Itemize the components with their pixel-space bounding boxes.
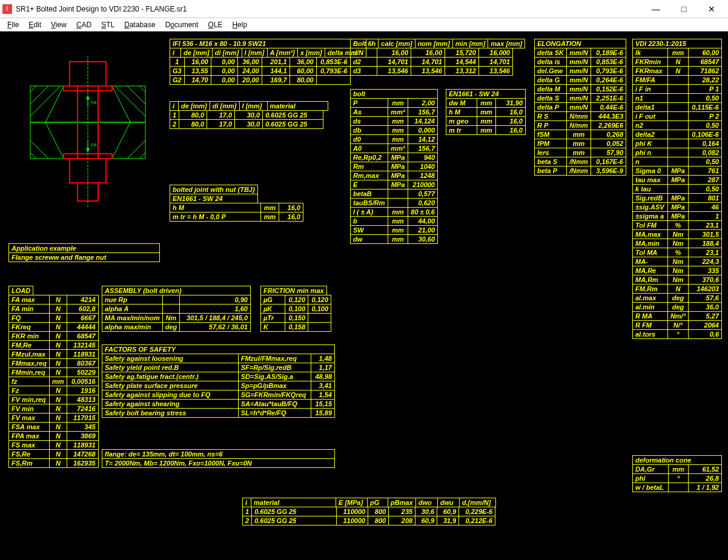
clamp-table: ide [mm]di [mm]l [mm]material 180,017,03… [170, 101, 328, 129]
maximize-button[interactable]: □ [670, 0, 698, 18]
close-button[interactable]: ✕ [698, 0, 726, 18]
svg-line-6 [127, 86, 145, 104]
svg-line-11 [127, 140, 145, 159]
menu-file[interactable]: File [2, 19, 24, 30]
svg-line-8 [30, 153, 36, 159]
bolt6h-table: Bolt 6hcalc [mm]nom [mm]min [mm]max [mm]… [350, 39, 525, 76]
joint-type-table: bolted joint with nut (TBJ) EN1661 - SW … [170, 185, 303, 222]
menu-help[interactable]: Help [227, 19, 252, 30]
vdi-table: VDI 2230-1:2015 lkmm60,00FKRminN68547FKR… [632, 39, 722, 339]
friction-table: FRICTION min max µG0,1200,120µK0,1000,10… [260, 286, 331, 332]
menu-edit[interactable]: Edit [24, 19, 46, 30]
svg-text:FA: FA [91, 142, 97, 148]
svg-marker-25 [86, 148, 90, 153]
menu-document[interactable]: Document [160, 19, 204, 30]
titlebar: I SR1+ Bolted Joint Design to VDI 2230 -… [0, 0, 728, 18]
application-box: Application example Flange screww and fl… [8, 243, 160, 262]
ifi-table: IFI 536 - M16 x 80 - 10.9 SW21 ide [mm]d… [170, 39, 366, 85]
menu-cad[interactable]: CAD [71, 19, 96, 30]
menu-database[interactable]: Database [119, 19, 160, 30]
cone-table: deformation cone DA,Grmm61,52phi°26,8w /… [632, 455, 722, 492]
bolt-diagram: FA FA [12, 44, 164, 231]
svg-line-2 [30, 86, 36, 92]
menu-view[interactable]: View [46, 19, 71, 30]
svg-line-9 [30, 140, 48, 159]
app-icon: I [2, 4, 12, 14]
factors-table: FACTORS OF SAFETY Safety against looseni… [102, 344, 335, 418]
menubar: File Edit View CAD STL Database Document… [0, 18, 728, 31]
minimize-button[interactable]: — [642, 0, 670, 18]
svg-line-10 [139, 153, 145, 159]
assembly-table: ASSEMBLY (bolt driven) nue Rp0,90alpha A… [102, 286, 251, 332]
bolt-table: bolt Pmm2,00Asmm²156,7dsmm14,124dbmm0,00… [350, 89, 438, 244]
svg-text:FA: FA [91, 100, 97, 105]
menu-ole[interactable]: OLE [203, 19, 227, 30]
flange-box: flange: de= 135mm, dt= 100mm, ns=6 T= 20… [102, 449, 335, 468]
window-title: SR1+ Bolted Joint Design to VDI 2230 - F… [16, 5, 642, 13]
drawing-canvas: FA FA IFI 536 - M16 x 80 - 10.9 SW21 ide… [0, 31, 728, 560]
svg-line-5 [139, 86, 145, 92]
elongation-table: ELONGATION delta SKmm/N0,189E-6delta ism… [534, 39, 626, 176]
svg-line-3 [30, 86, 48, 104]
svg-marker-23 [86, 95, 90, 99]
materials-table: imaterialE [MPa]pGpBmaxdwodwud.[mm/N] 10… [242, 498, 496, 525]
load-table: LOAD FA maxN4214FA minN602,8FQN6667FKreq… [8, 286, 99, 468]
menu-stl[interactable]: STL [96, 19, 119, 30]
nut-table: EN1661 - SW 24 dw Mmm31,90h Mmm16,0m geo… [446, 89, 526, 135]
